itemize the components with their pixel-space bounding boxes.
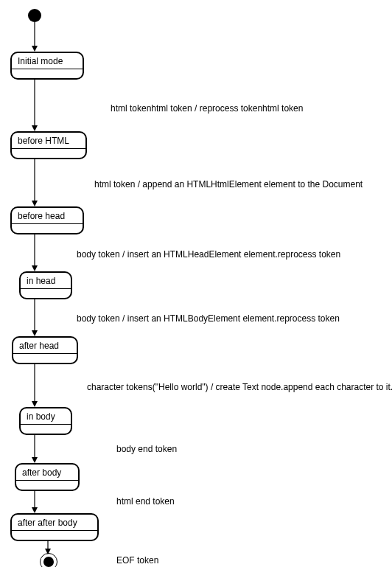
transition-label: EOF token [116, 555, 158, 566]
state-label: after head [13, 338, 77, 353]
state-after-body: after body [15, 463, 80, 491]
state-divider [12, 530, 97, 540]
svg-marker-5 [32, 201, 38, 206]
svg-marker-9 [32, 330, 38, 336]
svg-marker-15 [32, 507, 38, 513]
final-state-inner [43, 557, 54, 567]
state-before-html: before HTML [10, 131, 87, 159]
state-divider [12, 223, 83, 233]
state-in-body: in body [19, 407, 72, 435]
transition-label: html end token [116, 496, 175, 507]
state-divider [21, 288, 71, 298]
transition-label: body token / insert an HTMLBodyElement e… [77, 313, 340, 324]
transition-arrow [34, 298, 35, 336]
svg-marker-13 [32, 457, 38, 463]
svg-marker-3 [32, 125, 38, 131]
transition-arrow [34, 490, 35, 513]
state-label: in head [21, 273, 71, 288]
state-divider [16, 480, 78, 490]
state-label: Initial mode [12, 53, 83, 69]
state-in-head: in head [19, 271, 72, 299]
state-divider [12, 69, 83, 78]
state-after-head: after head [12, 336, 78, 364]
transition-label: body end token [116, 444, 177, 454]
state-label: before HTML [12, 133, 85, 148]
transition-label: html tokenhtml token / reprocess tokenht… [111, 103, 303, 114]
transition-arrow [34, 363, 35, 407]
transition-arrow [34, 434, 35, 463]
final-state-node [40, 553, 57, 567]
transition-label: html token / append an HTMLHtmlElement e… [94, 179, 363, 189]
state-before-head: before head [10, 206, 84, 234]
transition-arrow [34, 22, 35, 52]
transition-arrow [47, 540, 49, 554]
state-label: after body [16, 465, 78, 480]
state-label: before head [12, 208, 83, 223]
initial-state-node [28, 9, 41, 22]
transition-arrow [34, 233, 35, 271]
state-label: in body [21, 408, 71, 424]
state-label: after after body [12, 515, 97, 530]
transition-arrow [34, 158, 35, 206]
state-divider [21, 424, 71, 434]
state-divider [12, 148, 85, 158]
state-divider [13, 353, 77, 363]
state-initial-mode: Initial mode [10, 52, 84, 80]
transition-arrow [34, 78, 35, 131]
state-after-after-body: after after body [10, 513, 99, 541]
transition-label: body token / insert an HTMLHeadElement e… [77, 249, 340, 260]
svg-marker-11 [32, 401, 38, 407]
svg-marker-7 [32, 265, 38, 271]
transition-label: character tokens("Hello world") / create… [87, 382, 392, 392]
svg-marker-1 [32, 46, 38, 52]
